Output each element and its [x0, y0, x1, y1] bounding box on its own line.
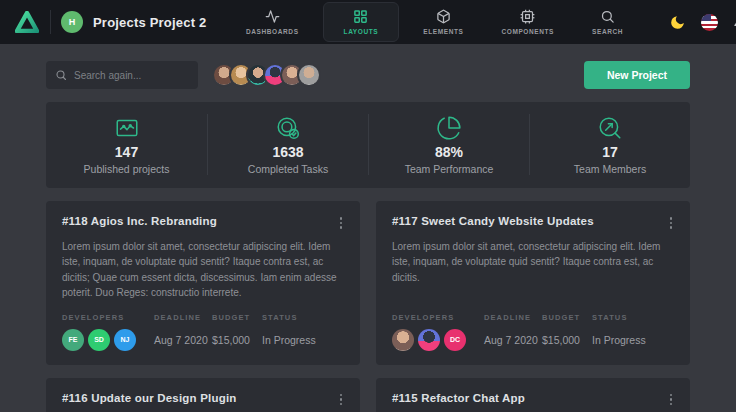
stat-completed-tasks: 1638 Completed Tasks [207, 114, 368, 175]
pie-chart-icon [436, 114, 462, 141]
stat-value: 88% [435, 144, 463, 160]
search-icon [55, 69, 67, 81]
triangle-logo-icon [15, 11, 39, 33]
status-value: In Progress [592, 334, 674, 346]
project-card-118: #118 Agios Inc. Rebranding Lorem ipsum d… [46, 201, 360, 365]
nav-item-layouts[interactable]: LAYOUTS [323, 2, 400, 42]
kebab-menu-icon[interactable] [668, 215, 675, 231]
budget-label: BUDGET [212, 313, 262, 322]
moon-icon[interactable] [669, 14, 686, 31]
card-footer: DEVELOPERS DEADLINE BUDGET STATUS DC Aug… [392, 301, 674, 351]
developer-avatar-photo [418, 329, 440, 351]
search-box [46, 61, 198, 89]
stat-value: 147 [115, 144, 138, 160]
nav-item-dashboards[interactable]: DASHBOARDS [232, 3, 313, 41]
nav-label: COMPONENTS [501, 28, 554, 35]
layout-grid-icon [353, 9, 368, 24]
stat-label: Team Members [574, 163, 646, 175]
nav-label: SEARCH [592, 28, 623, 35]
app-root: H Projects Project 2 DASHBOARDS LAYOUTS … [0, 0, 736, 412]
zoom-arrow-icon [597, 114, 623, 141]
project-card-116: #116 Update our Design Plugin Lorem ipsu… [46, 378, 360, 412]
cpu-icon [520, 9, 535, 24]
card-footer: DEVELOPERS DEADLINE BUDGET STATUS FE SD … [62, 301, 344, 351]
kebab-menu-icon[interactable] [338, 392, 345, 408]
team-avatar-group [212, 63, 321, 87]
developers-label: DEVELOPERS [62, 313, 154, 322]
nav-item-search[interactable]: SEARCH [578, 3, 637, 41]
deadline-label: DEADLINE [484, 313, 542, 322]
brand-logo-icon[interactable] [14, 10, 40, 34]
nav-item-elements[interactable]: ELEMENTS [409, 3, 477, 41]
developer-avatar: FE [62, 329, 84, 351]
card-description: Lorem ipsum dolor sit amet, consectetur … [392, 239, 674, 286]
nav-item-components[interactable]: COMPONENTS [487, 3, 568, 41]
divider [50, 10, 51, 34]
page-title: Projects Project 2 [93, 15, 206, 30]
nav-label: ELEMENTS [423, 28, 463, 35]
deadline-value: Aug 7 2020 [484, 334, 542, 346]
search-input[interactable] [74, 70, 189, 81]
navbar-left: H Projects Project 2 [14, 10, 232, 34]
nav-label: DASHBOARDS [246, 28, 299, 35]
kebab-menu-icon[interactable] [668, 392, 675, 408]
budget-value: $15,000 [212, 334, 262, 346]
developer-avatars: DC [392, 329, 484, 351]
card-title: #117 Sweet Candy Website Updates [392, 215, 594, 227]
stat-published-projects: 147 Published projects [46, 114, 207, 175]
card-description: Lorem ipsum dolor sit amet, consectetur … [62, 239, 344, 301]
stat-team-members: 17 Team Members [529, 114, 690, 175]
activity-icon [265, 9, 280, 24]
us-flag-icon[interactable] [701, 14, 718, 31]
new-project-button[interactable]: New Project [584, 61, 690, 89]
budget-label: BUDGET [542, 313, 592, 322]
deadline-label: DEADLINE [154, 313, 212, 322]
developer-avatar: NJ [114, 329, 136, 351]
status-label: STATUS [262, 313, 344, 322]
team-member-avatar[interactable] [297, 63, 321, 87]
workspace-avatar[interactable]: H [61, 11, 83, 33]
status-label: STATUS [592, 313, 674, 322]
card-title: #116 Update our Design Plugin [62, 392, 237, 404]
line-chart-icon [114, 114, 140, 141]
developer-avatar-photo [392, 329, 414, 351]
deadline-value: Aug 7 2020 [154, 334, 212, 346]
main-nav: DASHBOARDS LAYOUTS ELEMENTS COMPONENTS S… [232, 2, 637, 42]
card-title: #118 Agios Inc. Rebranding [62, 215, 217, 227]
developers-label: DEVELOPERS [392, 313, 484, 322]
project-card-117: #117 Sweet Candy Website Updates Lorem i… [376, 201, 690, 365]
stat-team-performance: 88% Team Performance [368, 114, 529, 175]
stat-label: Published projects [84, 163, 170, 175]
stat-label: Team Performance [405, 163, 494, 175]
stat-label: Completed Tasks [248, 163, 328, 175]
stat-value: 17 [602, 144, 618, 160]
developer-avatar: DC [444, 329, 466, 351]
kebab-menu-icon[interactable] [338, 215, 345, 231]
tasks-target-icon [275, 114, 301, 141]
navbar: H Projects Project 2 DASHBOARDS LAYOUTS … [0, 0, 736, 44]
project-card-115: #115 Refactor Chat App Lorem ipsum dolor… [376, 378, 690, 412]
box-icon [436, 9, 451, 24]
stat-value: 1638 [272, 144, 303, 160]
project-cards-grid: #118 Agios Inc. Rebranding Lorem ipsum d… [46, 201, 690, 412]
developer-avatars: FE SD NJ [62, 329, 154, 351]
search-icon [600, 9, 615, 24]
budget-value: $15,000 [542, 334, 592, 346]
stats-panel: 147 Published projects 1638 Completed Ta… [46, 102, 690, 188]
navbar-right [637, 7, 736, 37]
status-value: In Progress [262, 334, 344, 346]
card-title: #115 Refactor Chat App [392, 392, 525, 404]
developer-avatar: SD [88, 329, 110, 351]
toolbar: New Project [0, 61, 736, 89]
nav-label: LAYOUTS [344, 28, 379, 35]
